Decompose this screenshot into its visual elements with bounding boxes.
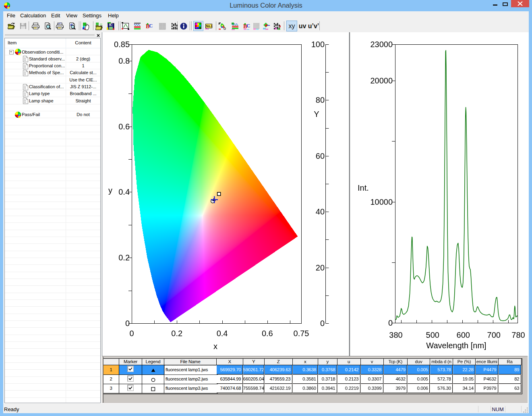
svg-text:C: C bbox=[149, 23, 153, 29]
svg-text:C: C bbox=[246, 23, 250, 29]
svg-text:No.1: No.1 bbox=[206, 24, 213, 28]
